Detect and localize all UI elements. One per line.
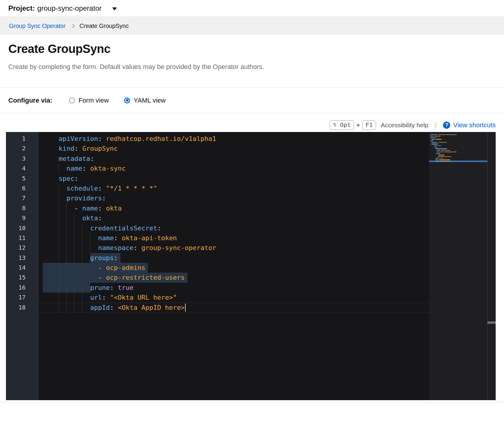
line-number[interactable]: 10: [6, 223, 39, 233]
line-number[interactable]: 12: [6, 243, 39, 253]
code-line[interactable]: apiVersion: redhatcop.redhat.io/v1alpha1: [39, 134, 429, 144]
code-text: namespace: group-sync-operator: [39, 244, 216, 252]
code-line[interactable]: prune: true: [39, 283, 429, 293]
code-line[interactable]: spec:: [39, 174, 429, 183]
configure-via-label: Configure via:: [8, 97, 52, 104]
kbd-f1: F1: [362, 120, 376, 130]
code-text: url: "<Okta URL here>": [39, 294, 177, 301]
code-text: name: okta-sync: [39, 165, 126, 172]
code-text: spec:: [39, 175, 78, 182]
code-line[interactable]: - ocp-admins: [39, 263, 429, 273]
breadcrumb-current: Create GroupSync: [79, 23, 129, 29]
code-line[interactable]: url: "<Okta URL here>": [39, 293, 429, 302]
line-number[interactable]: 15: [6, 273, 39, 282]
yaml-editor[interactable]: 123456789101112131415161718 apiVersion: …: [6, 132, 496, 400]
kbd-opt: ⌥ Opt: [330, 120, 354, 130]
editor-gutter: 123456789101112131415161718: [6, 132, 39, 400]
configure-via-row: Configure via: Form view YAML view: [0, 88, 504, 113]
code-line[interactable]: appId: <Okta AppID here>: [39, 303, 429, 312]
text-cursor: [185, 304, 186, 312]
line-number[interactable]: 8: [6, 203, 39, 213]
code-text: schedule: "*/1 * * * *": [39, 185, 157, 192]
line-number[interactable]: 4: [6, 164, 39, 173]
line-number[interactable]: 17: [6, 293, 39, 302]
radio-form-view[interactable]: Form view: [69, 97, 109, 104]
code-line[interactable]: groups:: [39, 253, 429, 263]
scrollbar-handle[interactable]: [487, 321, 496, 324]
code-line[interactable]: schedule: "*/1 * * * *": [39, 183, 429, 193]
code-line[interactable]: - ocp-restricted-users: [39, 273, 429, 282]
line-number[interactable]: 2: [6, 144, 39, 153]
code-text: credentialsSecret:: [39, 224, 161, 232]
code-line[interactable]: okta:: [39, 213, 429, 223]
code-text: okta:: [39, 214, 102, 222]
line-number[interactable]: 13: [6, 253, 39, 263]
radio-label-yaml-view: YAML view: [134, 97, 166, 104]
code-text: apiVersion: redhatcop.redhat.io/v1alpha1: [39, 135, 216, 142]
code-text: metadata:: [39, 155, 94, 162]
code-line[interactable]: namespace: group-sync-operator: [39, 243, 429, 253]
radio-yaml-view[interactable]: YAML view: [124, 97, 166, 104]
code-text: appId: <Okta AppID here>: [39, 304, 185, 311]
code-text: groups:: [39, 254, 118, 262]
code-text: - ocp-restricted-users: [39, 274, 185, 281]
code-line[interactable]: name: okta-sync: [39, 164, 429, 173]
line-number[interactable]: 7: [6, 193, 39, 203]
line-number[interactable]: 6: [6, 183, 39, 193]
line-number[interactable]: 18: [6, 303, 39, 312]
yaml-editor-toolbar: ⌥ Opt + F1 Accessibility help | ? View s…: [330, 119, 496, 131]
code-text: prune: true: [39, 284, 134, 291]
minimap[interactable]: [429, 132, 487, 400]
project-value: group-sync-operator: [37, 4, 101, 12]
line-number[interactable]: 14: [6, 263, 39, 273]
view-shortcuts-link[interactable]: ? View shortcuts: [443, 121, 496, 129]
code-line[interactable]: - name: okta: [39, 203, 429, 213]
line-number[interactable]: 1: [6, 134, 39, 144]
code-line[interactable]: metadata:: [39, 154, 429, 164]
radio-circle-checked[interactable]: [124, 98, 130, 103]
code-line[interactable]: credentialsSecret:: [39, 223, 429, 233]
code-text: providers:: [39, 194, 106, 202]
code-text: kind: GroupSync: [39, 145, 118, 152]
help-icon: ?: [443, 122, 450, 129]
line-number[interactable]: 9: [6, 213, 39, 223]
line-number[interactable]: 3: [6, 154, 39, 164]
line-number[interactable]: 5: [6, 174, 39, 183]
page-subtitle: Create by completing the form. Default v…: [8, 63, 264, 71]
code-text: - name: okta: [39, 205, 122, 212]
accessibility-help-label: Accessibility help: [381, 122, 428, 129]
breadcrumb-link-group-sync-operator[interactable]: Group Sync Operator: [9, 23, 65, 29]
scrollbar-track[interactable]: [488, 132, 496, 400]
code-text: name: okta-api-token: [39, 234, 177, 242]
project-label: Project:: [8, 4, 35, 12]
code-line[interactable]: name: okta-api-token: [39, 233, 429, 243]
breadcrumb: Group Sync Operator Create GroupSync: [0, 17, 504, 35]
code-line[interactable]: providers:: [39, 193, 429, 203]
kbd-plus: +: [356, 122, 360, 129]
chevron-right-icon: [71, 24, 75, 28]
divider: [0, 402, 504, 402]
project-selector[interactable]: Project: group-sync-operator: [0, 0, 504, 17]
radio-label-form-view: Form view: [79, 97, 109, 104]
code-area[interactable]: apiVersion: redhatcop.redhat.io/v1alpha1…: [39, 134, 429, 312]
code-line[interactable]: kind: GroupSync: [39, 144, 429, 153]
page-title: Create GroupSync: [8, 42, 110, 56]
toolbar-separator: |: [435, 121, 437, 129]
radio-circle-unchecked[interactable]: [69, 98, 75, 103]
line-number[interactable]: 11: [6, 233, 39, 243]
view-shortcuts-label: View shortcuts: [453, 121, 496, 129]
line-number[interactable]: 16: [6, 283, 39, 293]
caret-down-icon: [112, 7, 117, 10]
code-text: - ocp-admins: [39, 264, 145, 271]
